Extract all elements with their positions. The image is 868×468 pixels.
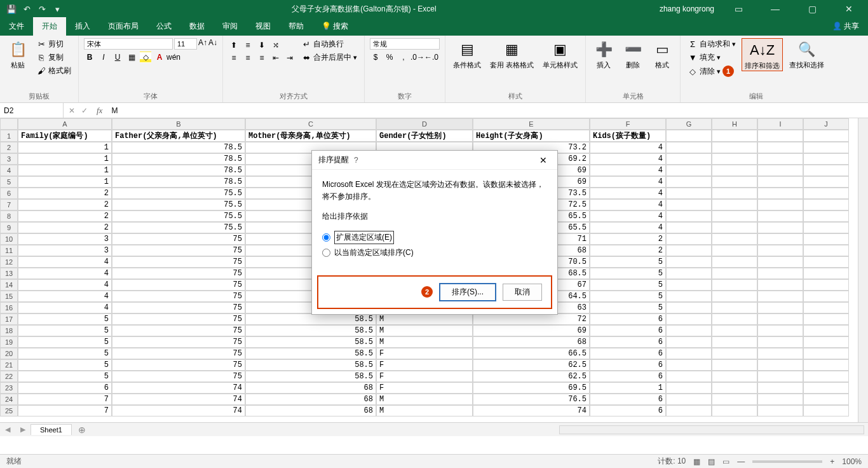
col-header[interactable]: E bbox=[473, 118, 590, 130]
zoom-slider[interactable] bbox=[752, 460, 822, 463]
cell[interactable]: 5 bbox=[590, 256, 666, 268]
cell[interactable]: 58.5 bbox=[245, 348, 376, 359]
fx-icon[interactable]: fx bbox=[93, 106, 106, 116]
cell[interactable] bbox=[757, 279, 803, 291]
cell[interactable] bbox=[757, 359, 803, 371]
cell[interactable]: 66.5 bbox=[473, 348, 590, 359]
cell[interactable]: 69.5 bbox=[473, 382, 590, 394]
cell[interactable]: 75 bbox=[112, 313, 245, 325]
cell[interactable]: 2 bbox=[18, 188, 112, 199]
cell[interactable] bbox=[803, 394, 849, 405]
cell[interactable]: 4 bbox=[590, 210, 666, 222]
cell[interactable]: 4 bbox=[18, 268, 112, 279]
cell[interactable] bbox=[803, 142, 849, 153]
cell[interactable] bbox=[712, 233, 757, 245]
horizontal-scrollbar[interactable] bbox=[559, 425, 864, 434]
cell[interactable]: 5 bbox=[18, 348, 112, 359]
cell[interactable]: 75 bbox=[112, 245, 245, 256]
cell[interactable] bbox=[757, 394, 803, 405]
tab-view[interactable]: 视图 bbox=[247, 17, 280, 36]
cell[interactable]: M bbox=[376, 313, 473, 325]
cell[interactable]: 58.5 bbox=[245, 313, 376, 325]
cell[interactable]: 4 bbox=[18, 279, 112, 291]
cell[interactable] bbox=[757, 176, 803, 188]
tab-home[interactable]: 开始 bbox=[33, 17, 66, 36]
row-header[interactable]: 4 bbox=[0, 165, 18, 176]
formula-bar[interactable]: M bbox=[106, 106, 868, 115]
inc-decimal-icon[interactable]: .0→ bbox=[412, 52, 423, 63]
cell[interactable] bbox=[803, 233, 849, 245]
cell[interactable] bbox=[803, 153, 849, 165]
cell[interactable] bbox=[803, 291, 849, 302]
cell[interactable]: 4 bbox=[18, 256, 112, 268]
cell[interactable] bbox=[712, 348, 757, 359]
tab-help[interactable]: 帮助 bbox=[280, 17, 313, 36]
cell[interactable]: M bbox=[376, 325, 473, 336]
dialog-help-icon[interactable]: ? bbox=[349, 156, 363, 165]
cell[interactable]: 75 bbox=[112, 336, 245, 348]
cell[interactable] bbox=[666, 348, 712, 359]
find-select-button[interactable]: 🔍查找和选择 bbox=[787, 38, 827, 70]
cell[interactable]: 75 bbox=[112, 302, 245, 313]
cell[interactable] bbox=[666, 382, 712, 394]
cell[interactable]: 7 bbox=[18, 394, 112, 405]
cell[interactable]: 75.5 bbox=[112, 199, 245, 210]
cell[interactable] bbox=[803, 256, 849, 268]
cell[interactable] bbox=[666, 325, 712, 336]
cell[interactable] bbox=[757, 313, 803, 325]
cell[interactable]: 4 bbox=[590, 222, 666, 233]
cell[interactable]: F bbox=[376, 348, 473, 359]
radio-current-selection[interactable]: 以当前选定区域排序(C) bbox=[322, 247, 547, 259]
cell[interactable]: 76.5 bbox=[473, 394, 590, 405]
cell[interactable] bbox=[666, 165, 712, 176]
cell[interactable]: 4 bbox=[590, 176, 666, 188]
delete-cells-button[interactable]: ➖删除 bbox=[620, 38, 646, 70]
indent-dec-icon[interactable]: ⇤ bbox=[270, 52, 281, 64]
cell[interactable] bbox=[712, 382, 757, 394]
cell[interactable] bbox=[803, 165, 849, 176]
table-format-button[interactable]: ▦套用 表格格式 bbox=[487, 38, 536, 70]
cell[interactable] bbox=[803, 382, 849, 394]
cell[interactable] bbox=[666, 222, 712, 233]
share-button[interactable]: 👤 共享 bbox=[824, 17, 868, 36]
cell[interactable]: 68 bbox=[245, 405, 376, 416]
col-header[interactable]: B bbox=[112, 118, 245, 130]
cell[interactable]: 4 bbox=[18, 302, 112, 313]
cell[interactable]: 2 bbox=[18, 222, 112, 233]
row-header[interactable]: 6 bbox=[0, 188, 18, 199]
header-cell[interactable]: Father(父亲身高,单位英寸) bbox=[112, 130, 245, 142]
cell[interactable]: 68 bbox=[473, 336, 590, 348]
row-header[interactable]: 12 bbox=[0, 256, 18, 268]
cell[interactable]: 4 bbox=[590, 165, 666, 176]
row-header[interactable]: 11 bbox=[0, 245, 18, 256]
cell[interactable] bbox=[757, 291, 803, 302]
row-header[interactable]: 5 bbox=[0, 176, 18, 188]
row-header[interactable]: 14 bbox=[0, 279, 18, 291]
cell[interactable] bbox=[803, 222, 849, 233]
user-name[interactable]: zhang kongrong bbox=[660, 4, 714, 13]
sheet-nav-next-icon[interactable]: ▶ bbox=[15, 425, 31, 434]
cell[interactable]: 1 bbox=[18, 153, 112, 165]
cell[interactable] bbox=[803, 279, 849, 291]
tab-layout[interactable]: 页面布局 bbox=[99, 17, 147, 36]
cell[interactable]: 6 bbox=[590, 348, 666, 359]
copy-button[interactable]: ⎘复制 bbox=[34, 52, 73, 64]
cell[interactable]: 62.5 bbox=[473, 359, 590, 371]
sheet-tab[interactable]: Sheet1 bbox=[31, 424, 72, 435]
row-header[interactable]: 9 bbox=[0, 222, 18, 233]
cell[interactable] bbox=[712, 199, 757, 210]
format-painter-button[interactable]: 🖌格式刷 bbox=[34, 65, 73, 77]
row-header[interactable]: 8 bbox=[0, 210, 18, 222]
cell[interactable]: 5 bbox=[18, 313, 112, 325]
cancel-formula-icon[interactable]: ✕ bbox=[69, 106, 75, 115]
zoom-level[interactable]: 100% bbox=[842, 457, 862, 466]
cell[interactable]: 5 bbox=[590, 302, 666, 313]
insert-cells-button[interactable]: ➕插入 bbox=[591, 38, 616, 70]
cell[interactable] bbox=[803, 268, 849, 279]
cell[interactable]: 58.5 bbox=[245, 371, 376, 382]
save-icon[interactable]: 💾 bbox=[6, 4, 17, 14]
cell[interactable]: 75 bbox=[112, 233, 245, 245]
row-header[interactable]: 10 bbox=[0, 233, 18, 245]
sort-button[interactable]: 排序(S)... bbox=[439, 283, 496, 301]
tab-formulas[interactable]: 公式 bbox=[147, 17, 180, 36]
